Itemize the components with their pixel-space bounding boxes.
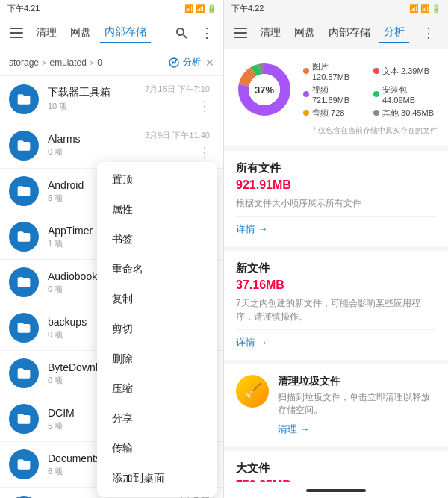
clean-icon: 🧹 [236, 375, 269, 408]
folder-icon [9, 313, 39, 343]
nav-item-clean[interactable]: 清理 [31, 23, 61, 43]
breadcrumb-storage[interactable]: storage [9, 57, 39, 68]
context-menu-bookmark[interactable]: 书签 [97, 225, 217, 255]
left-status-icons: 📶 📶 🔋 [184, 4, 216, 13]
file-more-btn[interactable]: ⋮ [195, 144, 214, 161]
folder-icon [9, 222, 39, 252]
right-nav-clean[interactable]: 清理 [255, 23, 285, 43]
context-menu-pin[interactable]: 置顶 [97, 165, 217, 195]
clean-action-btn[interactable]: 清理 → [278, 423, 436, 436]
wifi-icon-right: 📶 [420, 4, 429, 13]
context-menu-copy[interactable]: 复制 [97, 284, 217, 314]
signal-icon: 📶 [184, 4, 193, 13]
right-more-icon[interactable]: ⋮ [418, 22, 439, 43]
legend-label-text: 文本 2.39MB [382, 66, 429, 77]
context-menu-cut[interactable]: 剪切 [97, 314, 217, 344]
file-info: 下载器工具箱 10 项 [48, 86, 145, 112]
clean-junk-card: 🧹 清理垃圾文件 扫描到垃圾文件，单击立即清理以释放存储空间。 清理 → [224, 364, 448, 446]
nav-item-cloud[interactable]: 网盘 [66, 23, 96, 43]
breadcrumb-current[interactable]: 0 [97, 57, 102, 68]
context-menu-transfer[interactable]: 传输 [97, 434, 217, 464]
new-files-desc: 7天之内创建的新文件，可能会影响某些应用程序，请谨慎操作。 [236, 296, 436, 323]
right-status-time: 下午4:22 [231, 3, 264, 14]
file-name: 下载器工具箱 [48, 86, 145, 99]
breadcrumb-sep2: > [90, 58, 94, 67]
left-status-time: 下午4:21 [7, 3, 40, 14]
context-menu-add-desktop[interactable]: 添加到桌面 [97, 464, 217, 494]
donut-chart: 37% [234, 60, 294, 119]
legend-dot-audio [303, 110, 309, 116]
right-nav-bar: 清理 网盘 内部存储 分析 ⋮ [224, 16, 448, 49]
svg-point-3 [177, 28, 184, 35]
menu-icon[interactable] [6, 22, 27, 43]
legend-item-audio: 音频 728 [303, 108, 367, 119]
folder-icon [9, 131, 39, 161]
file-date: 3月9日 下午11:40 [145, 130, 210, 141]
context-menu-rename[interactable]: 重命名 [97, 255, 217, 284]
file-more-btn[interactable]: ⋮ [195, 98, 214, 114]
folder-icon [9, 449, 39, 479]
breadcrumb-actions: 分析 ✕ [169, 56, 214, 69]
folder-icon [9, 358, 39, 388]
folder-icon [9, 267, 39, 297]
all-files-action[interactable]: 详情 → [236, 222, 436, 236]
svg-rect-8 [234, 37, 247, 38]
breadcrumb-analyze[interactable]: 分析 [169, 56, 201, 69]
right-status-icons: 📶 📶 🔋 [409, 4, 441, 13]
folder-icon [9, 176, 39, 206]
clean-info: 清理垃圾文件 扫描到垃圾文件，单击立即清理以释放存储空间。 清理 → [278, 375, 436, 436]
chart-section: 37% 图片 120.57MB 文本 2.39MB 视频 721.69MB [224, 49, 448, 146]
legend-item-text: 文本 2.39MB [373, 61, 438, 81]
left-status-bar: 下午4:21 📶 📶 🔋 [0, 0, 223, 16]
legend-dot-other [373, 110, 379, 116]
svg-line-4 [184, 34, 187, 38]
legend-item-image: 图片 120.57MB [303, 61, 367, 81]
svg-rect-1 [10, 32, 23, 34]
legend-dot-app [373, 91, 379, 97]
nav-item-internal[interactable]: 内部存储 [100, 22, 151, 43]
list-item[interactable]: 下载器工具箱 10 项 7月15日 下午7:10 ⋮ [0, 76, 223, 122]
svg-rect-2 [10, 37, 23, 38]
battery-icon-right: 🔋 [432, 4, 441, 13]
new-files-title: 新文件 [236, 261, 436, 276]
right-panel: 下午4:22 📶 📶 🔋 清理 网盘 内部存储 分析 ⋮ [224, 0, 448, 498]
home-indicator [306, 489, 366, 492]
legend-item-app: 安装包 44.09MB [373, 84, 438, 105]
all-files-size: 921.91MB [236, 178, 436, 192]
context-menu-delete[interactable]: 删除 [97, 344, 217, 374]
file-list: 下载器工具箱 10 项 7月15日 下午7:10 ⋮ Alarms 0 项 3月… [0, 76, 223, 498]
context-menu-compress[interactable]: 压缩 [97, 374, 217, 404]
context-menu-properties[interactable]: 属性 [97, 195, 217, 225]
legend-dot-video [303, 91, 309, 97]
donut-percent-label: 37% [255, 84, 274, 96]
new-files-action[interactable]: 详情 → [236, 336, 436, 349]
all-files-desc: 根据文件大小顺序展示所有文件 [236, 196, 436, 210]
folder-icon [9, 496, 39, 499]
legend-label-app: 安装包 44.09MB [382, 84, 438, 105]
svg-rect-6 [234, 28, 247, 29]
search-icon[interactable] [171, 22, 192, 43]
right-nav-cloud[interactable]: 网盘 [290, 23, 320, 43]
context-menu-share[interactable]: 分享 [97, 404, 217, 434]
home-indicator-bar [224, 482, 448, 498]
right-menu-icon[interactable] [230, 22, 251, 43]
legend-item-video: 视频 721.69MB [303, 84, 367, 105]
more-icon-left[interactable]: ⋮ [196, 22, 217, 43]
breadcrumb-sep1: > [42, 58, 46, 67]
breadcrumb-close[interactable]: ✕ [205, 57, 214, 69]
legend-label-audio: 音频 728 [312, 108, 344, 119]
clean-desc: 扫描到垃圾文件，单击立即清理以释放存储空间。 [278, 391, 436, 417]
chart-row: 37% 图片 120.57MB 文本 2.39MB 视频 721.69MB [234, 60, 438, 119]
battery-icon: 🔋 [207, 4, 216, 13]
card-divider [236, 329, 436, 330]
chart-legend: 图片 120.57MB 文本 2.39MB 视频 721.69MB 安装包 44… [303, 61, 438, 119]
left-panel: 下午4:21 📶 📶 🔋 清理 网盘 内部存储 ⋮ storage > emul… [0, 0, 224, 498]
all-files-title: 所有文件 [236, 161, 436, 175]
right-nav-internal[interactable]: 内部存储 [324, 23, 375, 43]
wifi-icon: 📶 [196, 4, 205, 13]
breadcrumb-emulated[interactable]: emulated [49, 57, 86, 68]
right-nav-analyze[interactable]: 分析 [379, 22, 409, 43]
clean-title: 清理垃圾文件 [278, 375, 436, 388]
large-files-title: 大文件 [236, 461, 436, 476]
folder-icon [9, 84, 39, 114]
